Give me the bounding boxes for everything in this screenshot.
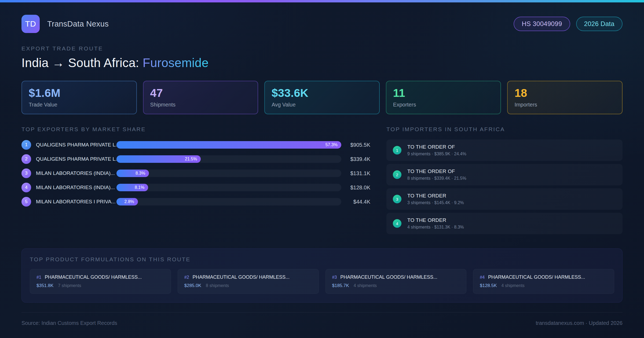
market-share-bar-track: 8.1% [116,184,341,191]
stat-value: 11 [393,87,494,100]
product-shipments: 8 shipments [206,283,229,288]
rank-badge: 3 [21,168,31,178]
market-share-bar-track: 57.3% [116,141,341,149]
product-rank: #1 [36,275,41,280]
importer-card[interactable]: 2 TO THE ORDER OF 8 shipments · $339.4K … [386,164,623,185]
stat-label: Trade Value [29,102,130,108]
product-card[interactable]: #4 PHARMACEUTICAL GOODS/ HARMLESS... $12… [473,269,614,294]
market-share-percent: 8.1% [135,185,148,190]
importer-detail: 9 shipments · $385.9K · 24.4% [407,152,466,156]
exporter-name: QUALIGENS PHARMA PRIVATE L... [31,156,116,162]
importers-section: TOP IMPORTERS IN SOUTH AFRICA 1 TO THE O… [386,126,623,237]
stat-label: Avg Value [272,102,372,108]
product-header: #3 PHARMACEUTICAL GOODS/ HARMLESS... [332,274,460,280]
stats-row: $1.6M Trade Value 47 Shipments $33.6K Av… [21,81,623,114]
product-name: PHARMACEUTICAL GOODS/ HARMLESS... [193,274,290,280]
product-meta: $128.5K 4 shipments [480,283,608,288]
exporter-value: $131.1K [341,170,370,177]
market-share-bar: 21.5% [116,155,201,163]
stat-card-shipments: 47 Shipments [143,81,258,114]
exporter-row[interactable]: 5 MILAN LABORATORIES I PRIVA... 2.8% $44… [21,196,370,207]
page-container: TD TransData Nexus HS 30049099 2026 Data… [21,2,623,326]
route-product-name: Furosemide [143,56,209,70]
stat-label: Exporters [393,102,494,108]
exporter-row[interactable]: 3 MILAN LABORATORIES (INDIA)... 8.3% $13… [21,168,370,179]
market-share-bar: 2.8% [116,198,138,205]
market-share-percent: 57.3% [325,142,341,147]
exporters-section-title: TOP EXPORTERS BY MARKET SHARE [21,126,370,133]
product-header: #1 PHARMACEUTICAL GOODS/ HARMLESS... [36,274,164,280]
app-logo: TD [21,15,40,33]
products-list: #1 PHARMACEUTICAL GOODS/ HARMLESS... $35… [30,269,614,294]
importer-card[interactable]: 1 TO THE ORDER OF 9 shipments · $385.9K … [386,139,623,161]
route-title-prefix: India → South Africa: [21,56,143,70]
importer-name: TO THE ORDER [407,217,464,223]
footer: Source: Indian Customs Export Records tr… [21,312,623,326]
product-value: $128.5K [480,283,497,288]
exporter-value: $905.5K [341,142,370,148]
stat-card-trade-value: $1.6M Trade Value [21,81,137,114]
importers-list: 1 TO THE ORDER OF 9 shipments · $385.9K … [386,139,623,234]
exporter-name: MILAN LABORATORIES I PRIVA... [31,199,116,205]
rank-badge: 1 [393,146,401,155]
product-shipments: 7 shipments [58,283,81,288]
product-shipments: 4 shipments [354,283,377,288]
rank-badge: 4 [21,183,31,192]
exporter-value: $44.4K [341,199,370,205]
stat-value: 18 [514,87,615,100]
rank-badge: 2 [21,154,31,164]
header-badges: HS 30049099 2026 Data [514,17,623,31]
market-share-bar: 57.3% [116,141,341,149]
product-header: #2 PHARMACEUTICAL GOODS/ HARMLESS... [184,274,312,280]
stat-card-importers: 18 Importers [507,81,623,114]
exporter-row[interactable]: 1 QUALIGENS PHARMA PRIVATE L... 57.3% $9… [21,139,370,150]
app-name: TransData Nexus [47,20,109,28]
product-name: PHARMACEUTICAL GOODS/ HARMLESS... [45,274,142,280]
product-card[interactable]: #2 PHARMACEUTICAL GOODS/ HARMLESS... $28… [178,269,319,294]
importers-section-title: TOP IMPORTERS IN SOUTH AFRICA [386,126,623,133]
product-name: PHARMACEUTICAL GOODS/ HARMLESS... [488,274,585,280]
product-meta: $185.7K 4 shipments [332,283,460,288]
product-meta: $285.0K 8 shipments [184,283,312,288]
products-panel: TOP PRODUCT FORMULATIONS ON THIS ROUTE #… [21,248,623,303]
product-value: $351.8K [36,283,53,288]
rank-badge: 2 [393,170,401,179]
stat-value: 47 [150,87,251,100]
footer-source: Source: Indian Customs Export Records [21,320,117,326]
market-share-percent: 2.8% [125,199,138,204]
main-content: TOP EXPORTERS BY MARKET SHARE 1 QUALIGEN… [21,126,623,237]
importer-card[interactable]: 4 TO THE ORDER 4 shipments · $131.3K · 8… [386,213,623,234]
importer-detail: 3 shipments · $145.4K · 9.2% [407,200,464,205]
exporter-name: QUALIGENS PHARMA PRIVATE L... [31,142,116,148]
exporter-name: MILAN LABORATORIES (INDIA)... [31,170,116,176]
market-share-percent: 21.5% [185,157,201,161]
importer-name: TO THE ORDER OF [407,168,466,174]
importer-name: TO THE ORDER [407,193,464,199]
rank-badge: 4 [393,219,401,228]
exporter-value: $339.4K [341,156,370,162]
product-header: #4 PHARMACEUTICAL GOODS/ HARMLESS... [480,274,608,280]
product-card[interactable]: #1 PHARMACEUTICAL GOODS/ HARMLESS... $35… [30,269,171,294]
product-rank: #4 [480,275,485,280]
exporter-row[interactable]: 2 QUALIGENS PHARMA PRIVATE L... 21.5% $3… [21,154,370,164]
header: TD TransData Nexus HS 30049099 2026 Data [21,15,623,33]
product-meta: $351.8K 7 shipments [36,283,164,288]
rank-badge: 1 [21,140,31,150]
product-card[interactable]: #3 PHARMACEUTICAL GOODS/ HARMLESS... $18… [325,269,467,294]
product-value: $185.7K [332,283,349,288]
exporters-section: TOP EXPORTERS BY MARKET SHARE 1 QUALIGEN… [21,126,370,237]
rank-badge: 5 [21,197,31,207]
stat-label: Shipments [150,102,251,108]
stat-card-avg-value: $33.6K Avg Value [264,81,380,114]
product-name: PHARMACEUTICAL GOODS/ HARMLESS... [340,274,437,280]
exporter-row[interactable]: 4 MILAN LABORATORIES (INDIA)... 8.1% $12… [21,182,370,193]
hs-code-badge: HS 30049099 [514,17,570,31]
importer-info: TO THE ORDER OF 8 shipments · $339.4K · … [407,168,466,181]
product-rank: #2 [184,275,189,280]
stat-value: $1.6M [29,87,130,100]
importer-info: TO THE ORDER 3 shipments · $145.4K · 9.2… [407,193,464,205]
product-shipments: 4 shipments [502,283,525,288]
footer-site: transdatanexus.com · Updated 2026 [536,320,623,326]
importer-card[interactable]: 3 TO THE ORDER 3 shipments · $145.4K · 9… [386,188,623,210]
stat-value: $33.6K [272,87,372,100]
